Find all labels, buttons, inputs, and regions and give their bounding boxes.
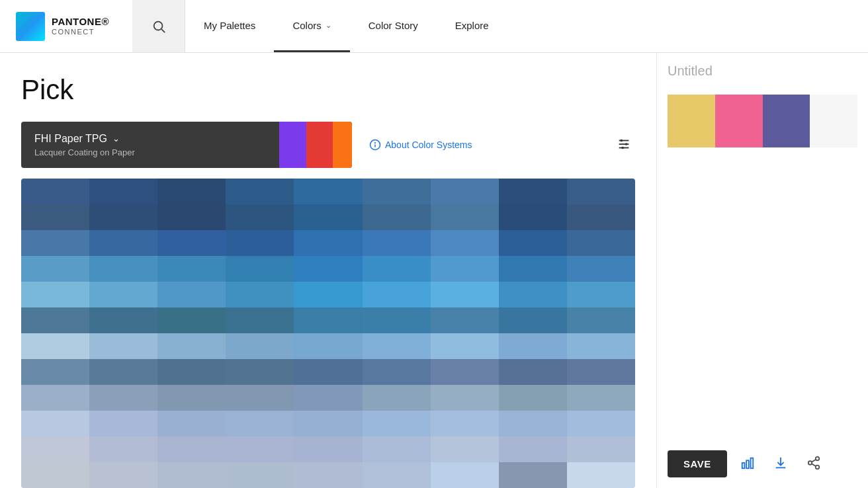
color-swatch[interactable] bbox=[294, 411, 362, 436]
color-swatch[interactable] bbox=[294, 359, 362, 385]
color-swatch[interactable] bbox=[499, 359, 567, 385]
color-swatch[interactable] bbox=[226, 282, 294, 307]
color-swatch[interactable] bbox=[363, 256, 431, 282]
color-swatch[interactable] bbox=[431, 307, 499, 333]
color-swatch[interactable] bbox=[499, 256, 567, 282]
color-swatch[interactable] bbox=[499, 307, 567, 333]
color-swatch[interactable] bbox=[226, 359, 294, 385]
color-swatch[interactable] bbox=[226, 204, 294, 230]
nav-item-color-story[interactable]: Color Story bbox=[350, 0, 437, 52]
share-button[interactable] bbox=[801, 450, 826, 477]
color-swatch[interactable] bbox=[21, 385, 89, 411]
color-swatch[interactable] bbox=[226, 462, 294, 488]
color-swatch[interactable] bbox=[157, 230, 226, 256]
nav-item-explore[interactable]: Explore bbox=[437, 0, 507, 52]
color-swatch[interactable] bbox=[294, 230, 362, 256]
color-swatch[interactable] bbox=[21, 307, 89, 333]
color-swatch[interactable] bbox=[226, 307, 294, 333]
color-swatch[interactable] bbox=[294, 204, 362, 230]
color-swatch[interactable] bbox=[89, 282, 157, 307]
color-swatch[interactable] bbox=[157, 204, 226, 230]
color-swatch[interactable] bbox=[89, 462, 157, 488]
chart-button[interactable] bbox=[735, 450, 760, 477]
color-swatch[interactable] bbox=[226, 411, 294, 436]
color-swatch[interactable] bbox=[363, 333, 431, 359]
color-swatch[interactable] bbox=[226, 230, 294, 256]
color-swatch[interactable] bbox=[499, 333, 567, 359]
color-swatch[interactable] bbox=[89, 256, 157, 282]
color-swatch[interactable] bbox=[499, 436, 567, 462]
color-swatch[interactable] bbox=[363, 179, 431, 204]
color-swatch[interactable] bbox=[363, 204, 431, 230]
color-swatch[interactable] bbox=[89, 436, 157, 462]
color-swatch[interactable] bbox=[21, 359, 89, 385]
color-swatch[interactable] bbox=[499, 282, 567, 307]
color-swatch[interactable] bbox=[567, 282, 635, 307]
nav-item-my-palettes[interactable]: My Palettes bbox=[185, 0, 274, 52]
color-swatch[interactable] bbox=[499, 179, 567, 204]
color-swatch[interactable] bbox=[157, 462, 226, 488]
color-swatch[interactable] bbox=[567, 462, 635, 488]
color-swatch[interactable] bbox=[226, 385, 294, 411]
color-swatch[interactable] bbox=[294, 462, 362, 488]
color-swatch[interactable] bbox=[157, 385, 226, 411]
color-swatch[interactable] bbox=[21, 333, 89, 359]
color-swatch[interactable] bbox=[157, 333, 226, 359]
color-swatch[interactable] bbox=[157, 411, 226, 436]
color-swatch[interactable] bbox=[226, 333, 294, 359]
color-swatch[interactable] bbox=[21, 462, 89, 488]
color-swatch[interactable] bbox=[363, 359, 431, 385]
search-button[interactable] bbox=[132, 0, 185, 52]
color-swatch[interactable] bbox=[157, 436, 226, 462]
color-swatch[interactable] bbox=[431, 359, 499, 385]
color-swatch[interactable] bbox=[431, 411, 499, 436]
color-swatch[interactable] bbox=[294, 333, 362, 359]
color-swatch[interactable] bbox=[499, 204, 567, 230]
color-swatch[interactable] bbox=[567, 333, 635, 359]
color-system-selector[interactable]: FHI Paper TPG ⌄ Lacquer Coating on Paper bbox=[21, 122, 352, 168]
color-swatch[interactable] bbox=[363, 307, 431, 333]
color-swatch[interactable] bbox=[499, 230, 567, 256]
color-swatch[interactable] bbox=[157, 307, 226, 333]
color-swatch[interactable] bbox=[363, 385, 431, 411]
color-swatch[interactable] bbox=[567, 256, 635, 282]
color-swatch[interactable] bbox=[431, 385, 499, 411]
color-swatch[interactable] bbox=[89, 307, 157, 333]
color-swatch[interactable] bbox=[89, 230, 157, 256]
color-swatch[interactable] bbox=[21, 204, 89, 230]
color-swatch[interactable] bbox=[363, 230, 431, 256]
color-swatch[interactable] bbox=[567, 307, 635, 333]
filter-button[interactable] bbox=[613, 133, 635, 157]
save-button[interactable]: SAVE bbox=[668, 450, 727, 477]
color-swatch[interactable] bbox=[21, 256, 89, 282]
color-swatch[interactable] bbox=[226, 179, 294, 204]
color-swatch[interactable] bbox=[431, 436, 499, 462]
color-swatch[interactable] bbox=[431, 462, 499, 488]
color-swatch[interactable] bbox=[21, 179, 89, 204]
color-swatch[interactable] bbox=[157, 179, 226, 204]
download-button[interactable] bbox=[768, 450, 793, 477]
color-swatch[interactable] bbox=[431, 204, 499, 230]
palette-swatch[interactable] bbox=[668, 95, 715, 147]
color-swatch[interactable] bbox=[89, 385, 157, 411]
palette-swatch[interactable] bbox=[715, 95, 763, 147]
color-swatch[interactable] bbox=[294, 179, 362, 204]
color-swatch[interactable] bbox=[567, 411, 635, 436]
color-swatch[interactable] bbox=[157, 256, 226, 282]
nav-item-colors[interactable]: Colors ⌄ bbox=[274, 0, 349, 52]
color-swatch[interactable] bbox=[89, 179, 157, 204]
color-swatch[interactable] bbox=[226, 436, 294, 462]
color-swatch[interactable] bbox=[431, 282, 499, 307]
color-swatch[interactable] bbox=[567, 385, 635, 411]
color-swatch[interactable] bbox=[294, 256, 362, 282]
color-swatch[interactable] bbox=[567, 204, 635, 230]
color-swatch[interactable] bbox=[363, 436, 431, 462]
color-swatch[interactable] bbox=[226, 256, 294, 282]
color-swatch[interactable] bbox=[499, 411, 567, 436]
color-swatch[interactable] bbox=[294, 282, 362, 307]
color-swatch[interactable] bbox=[363, 462, 431, 488]
palette-swatch[interactable] bbox=[763, 95, 810, 147]
color-swatch[interactable] bbox=[294, 385, 362, 411]
color-swatch[interactable] bbox=[363, 411, 431, 436]
palette-title[interactable]: Untitled bbox=[668, 63, 857, 84]
